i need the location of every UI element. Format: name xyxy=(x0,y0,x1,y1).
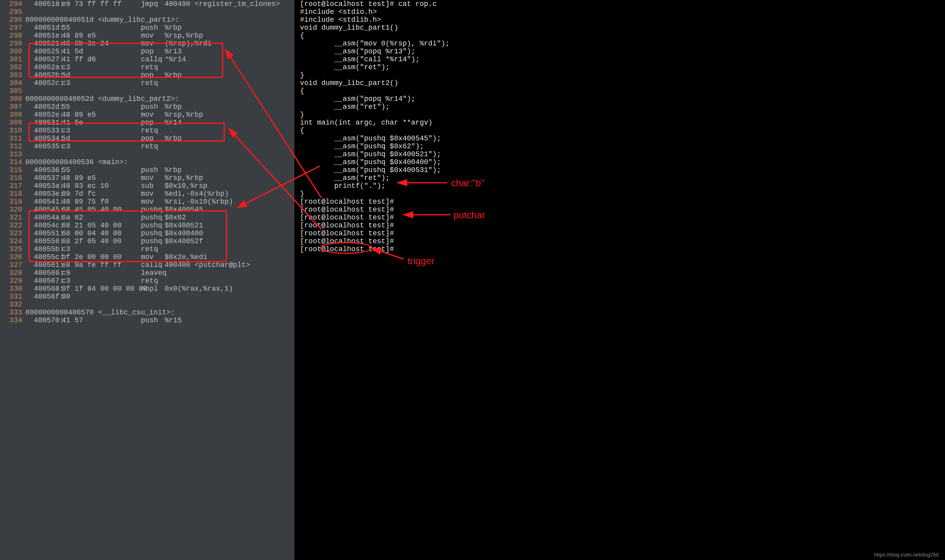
asm-bytes: 41 ff d6 xyxy=(62,55,141,63)
asm-mnemonic: pop xyxy=(141,71,165,79)
asm-line: 321 40054a:6a 62pushq$0x62 xyxy=(0,214,294,221)
asm-bytes: 5d xyxy=(62,71,141,79)
asm-line: 298 40051e:48 89 e5mov%rsp,%rbp xyxy=(0,32,294,40)
terminal-line: #include <stdlib.h> xyxy=(300,16,945,24)
asm-mnemonic: pushq xyxy=(141,206,165,214)
asm-operands xyxy=(165,63,294,71)
asm-bytes: 0f 1f 84 00 00 00 00 xyxy=(62,285,141,293)
terminal-line: __asm("pushq $0x400521"); xyxy=(300,150,945,158)
asm-mnemonic xyxy=(141,8,165,16)
line-number: 298 xyxy=(0,32,25,40)
asm-operands: 400490 <register_tm_clones> xyxy=(165,0,294,8)
line-number: 295 xyxy=(0,8,25,16)
asm-line: 319 400541:48 89 75 f0mov%rsi,-0x10(%rbp… xyxy=(0,198,294,206)
asm-operands xyxy=(165,269,294,277)
asm-operands xyxy=(165,79,294,87)
asm-addr: 400531: xyxy=(25,119,62,127)
line-number: 318 xyxy=(0,190,25,198)
asm-line: 332 xyxy=(0,301,294,308)
terminal-line: [root@localhost test]# xyxy=(300,198,945,206)
asm-addr: 40052d: xyxy=(25,103,62,111)
asm-bytes: 48 89 e5 xyxy=(62,111,141,119)
asm-addr: 400518: xyxy=(25,0,62,8)
asm-mnemonic: callq xyxy=(141,55,165,63)
line-number: 329 xyxy=(0,277,25,285)
watermark: https://blog.csdn.net/dog250 xyxy=(874,552,939,558)
asm-operands: $0x400545 xyxy=(165,206,294,214)
asm-line: 306000000000040052d <dummy_libc_part2>: xyxy=(0,95,294,103)
asm-line: 317 40053a:48 83 ec 10sub$0x10,%rsp xyxy=(0,182,294,190)
asm-operands xyxy=(165,301,294,308)
terminal-panel[interactable]: [root@localhost test]# cat rop.c#include… xyxy=(294,0,945,560)
asm-operands: %rbp xyxy=(165,71,294,79)
asm-mnemonic: mov xyxy=(141,32,165,40)
asm-operands: %rsp,%rbp xyxy=(165,111,294,119)
line-number: 304 xyxy=(0,79,25,87)
asm-bytes: 68 21 05 40 00 xyxy=(62,221,141,229)
asm-operands: $0x400521 xyxy=(165,221,294,229)
line-number: 309 xyxy=(0,119,25,127)
asm-mnemonic: retq xyxy=(141,142,165,150)
line-number: 302 xyxy=(0,63,25,71)
asm-addr: 40052e: xyxy=(25,111,62,119)
asm-mnemonic: retq xyxy=(141,277,165,285)
asm-line: 316 400537:48 89 e5mov%rsp,%rbp xyxy=(0,174,294,182)
asm-mnemonic: pushq xyxy=(141,229,165,237)
asm-line: 295 xyxy=(0,8,294,16)
asm-line: 3140000000000400536 <main>: xyxy=(0,158,294,166)
asm-line: 334 400570:41 57push%r15 xyxy=(0,316,294,324)
asm-mnemonic: leaveq xyxy=(141,269,165,277)
line-number: 303 xyxy=(0,71,25,79)
line-number: 330 xyxy=(0,285,25,293)
asm-addr: 400567: xyxy=(25,277,62,285)
line-number: 300 xyxy=(0,47,25,55)
asm-operands xyxy=(165,127,294,134)
terminal-line: printf("."); xyxy=(300,182,945,190)
terminal-line: __asm("mov 0(%rsp), %rdi"); xyxy=(300,40,945,47)
terminal-line: void dummy_libc_part1() xyxy=(300,24,945,32)
terminal-line: } xyxy=(300,71,945,79)
asm-addr: 400545: xyxy=(25,206,62,214)
line-number: 320 xyxy=(0,206,25,214)
asm-line: 300 400525:41 5dpop%r13 xyxy=(0,47,294,55)
asm-mnemonic: pop xyxy=(141,119,165,127)
line-number: 296 xyxy=(0,16,25,24)
terminal-line: __asm("pushq $0x62"); xyxy=(300,142,945,150)
asm-mnemonic: retq xyxy=(141,63,165,71)
terminal-line: __asm("ret"); xyxy=(300,174,945,182)
terminal-line: [root@localhost test]# xyxy=(300,245,945,253)
asm-mnemonic: mov xyxy=(141,190,165,198)
asm-mnemonic: sub xyxy=(141,182,165,190)
asm-addr: 400536: xyxy=(25,166,62,174)
asm-bytes: 48 89 75 f0 xyxy=(62,198,141,206)
terminal-line: [root@localhost test]# xyxy=(300,214,945,221)
asm-mnemonic: jmpq xyxy=(141,0,165,8)
asm-line: 296000000000040051d <dummy_libc_part1>: xyxy=(0,16,294,24)
asm-line: 301 400527:41 ff d6callq*%r14 xyxy=(0,55,294,63)
line-number: 308 xyxy=(0,111,25,119)
label-putchar: putchar xyxy=(454,210,485,221)
asm-bytes: 55 xyxy=(62,103,141,111)
asm-addr: 400551: xyxy=(25,229,62,237)
disassembly-panel[interactable]: 294 400518:e9 73 ff ff ffjmpq400490 <reg… xyxy=(0,0,294,560)
asm-addr: 40055b: xyxy=(25,245,62,253)
root-container: 294 400518:e9 73 ff ff ffjmpq400490 <reg… xyxy=(0,0,945,560)
asm-operands xyxy=(165,277,294,285)
asm-addr: 400534: xyxy=(25,134,62,142)
terminal-line: __asm("pushq $0x400531"); xyxy=(300,166,945,174)
asm-bytes: 55 xyxy=(62,166,141,174)
asm-operands: %rsp,%rbp xyxy=(165,32,294,40)
asm-mnemonic: retq xyxy=(141,127,165,134)
terminal-line: [root@localhost test]# xyxy=(300,206,945,214)
asm-addr: 400537: xyxy=(25,174,62,182)
line-number: 321 xyxy=(0,214,25,221)
asm-bytes xyxy=(62,301,141,308)
asm-addr: 40055c: xyxy=(25,253,62,261)
asm-bytes: c3 xyxy=(62,79,141,87)
asm-bytes: 6a 62 xyxy=(62,214,141,221)
terminal-line: [root@localhost test]# cat rop.c xyxy=(300,0,945,8)
terminal-line: #include <stdio.h> xyxy=(300,8,945,16)
asm-operands: %rsi,-0x10(%rbp) xyxy=(165,198,294,206)
asm-addr: 400561: xyxy=(25,261,62,269)
asm-bytes: c3 xyxy=(62,277,141,285)
